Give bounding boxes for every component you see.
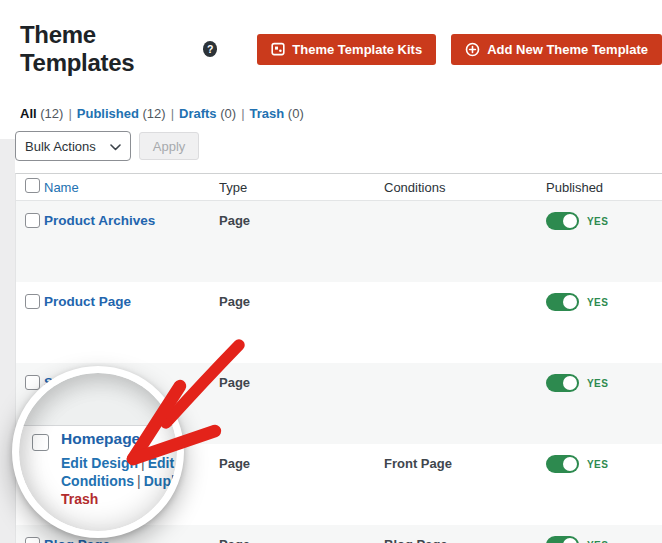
template-name-link[interactable]: Product Page: [44, 294, 131, 309]
column-header-name[interactable]: Name: [44, 180, 219, 195]
add-new-theme-template-button[interactable]: Add New Theme Template: [451, 34, 662, 65]
magnified-edit-conditions-link[interactable]: Edit: [148, 455, 174, 471]
theme-template-kits-label: Theme Template Kits: [292, 42, 422, 57]
published-label: YES: [587, 378, 608, 389]
magnified-row-checkbox[interactable]: [32, 434, 49, 451]
template-type: Page: [219, 201, 384, 228]
template-condition: [384, 363, 546, 375]
filter-all-link[interactable]: All (12): [20, 106, 63, 121]
published-toggle[interactable]: [546, 212, 579, 230]
published-toggle[interactable]: [546, 536, 579, 543]
select-all-checkbox[interactable]: [25, 178, 40, 193]
toggle-knob: [563, 376, 577, 390]
column-header-conditions: Conditions: [384, 180, 546, 195]
template-condition: [384, 282, 546, 294]
filter-drafts-link[interactable]: Drafts (0): [179, 106, 236, 121]
template-type: Page: [219, 363, 384, 390]
column-header-type: Type: [219, 180, 384, 195]
bulk-actions-bar: Bulk Actions Apply: [15, 131, 662, 161]
published-label: YES: [587, 540, 608, 543]
toggle-knob: [563, 295, 577, 309]
template-name-link[interactable]: Product Archives: [44, 213, 155, 228]
magnified-trash-link[interactable]: Trash: [61, 491, 98, 507]
magnified-edit-conditions-link-2[interactable]: Conditions: [61, 473, 134, 489]
toggle-knob: [563, 457, 577, 471]
template-kit-icon: [271, 42, 285, 56]
row-checkbox[interactable]: [25, 294, 40, 309]
table-header-row: Name Type Conditions Published: [16, 174, 662, 201]
bulk-actions-select[interactable]: Bulk Actions: [15, 131, 131, 161]
apply-button[interactable]: Apply: [139, 132, 200, 160]
row-checkbox[interactable]: [25, 537, 40, 543]
published-toggle[interactable]: [546, 293, 579, 311]
published-label: YES: [587, 297, 608, 308]
page-header: Theme Templates ? Theme Template Kits Ad…: [0, 0, 662, 77]
column-header-published: Published: [546, 180, 662, 195]
row-checkbox[interactable]: [25, 213, 40, 228]
magnified-row-actions-line-1: Edit Design|Edit: [61, 455, 174, 471]
published-label: YES: [587, 459, 608, 470]
magnified-edit-design-link[interactable]: Edit Design: [61, 455, 138, 471]
filter-separator: |: [171, 106, 174, 121]
filter-separator: |: [241, 106, 244, 121]
theme-template-kits-button[interactable]: Theme Template Kits: [257, 34, 436, 65]
bulk-actions-selected-value: Bulk Actions: [25, 139, 96, 154]
status-filters: All (12) | Published (12) | Drafts (0) |…: [20, 106, 662, 121]
template-condition: [384, 201, 546, 213]
template-type: Page: [219, 525, 384, 543]
toggle-knob: [563, 214, 577, 228]
table-row: Product Archives Page YES: [16, 201, 662, 282]
template-type: Page: [219, 444, 384, 471]
help-icon[interactable]: ?: [203, 41, 217, 57]
magnified-row-actions-line-3: Trash: [61, 491, 98, 507]
plus-circle-icon: [465, 42, 480, 57]
add-new-theme-template-label: Add New Theme Template: [487, 42, 648, 57]
magnified-template-name-link[interactable]: Homepage: [61, 430, 140, 448]
table-row: Product Page Page YES: [16, 282, 662, 363]
published-toggle[interactable]: [546, 374, 579, 392]
filter-trash-link[interactable]: Trash (0): [250, 106, 304, 121]
template-type: Page: [219, 282, 384, 309]
filter-published-link[interactable]: Published (12): [77, 106, 166, 121]
zoom-callout-circle: Homepage Edit Design|Edit Conditions|Dup…: [12, 366, 184, 538]
template-condition: Blog Page: [384, 525, 546, 543]
published-toggle[interactable]: [546, 455, 579, 473]
published-label: YES: [587, 216, 608, 227]
page-left-gutter: [0, 139, 15, 543]
chevron-down-icon: [110, 139, 121, 154]
magnified-row-actions-line-2: Conditions|Duplica: [61, 473, 184, 489]
row-checkbox[interactable]: [25, 375, 40, 390]
filter-separator: |: [68, 106, 71, 121]
toggle-knob: [563, 538, 577, 543]
page-title: Theme Templates: [20, 21, 195, 77]
template-condition: Front Page: [384, 444, 546, 471]
